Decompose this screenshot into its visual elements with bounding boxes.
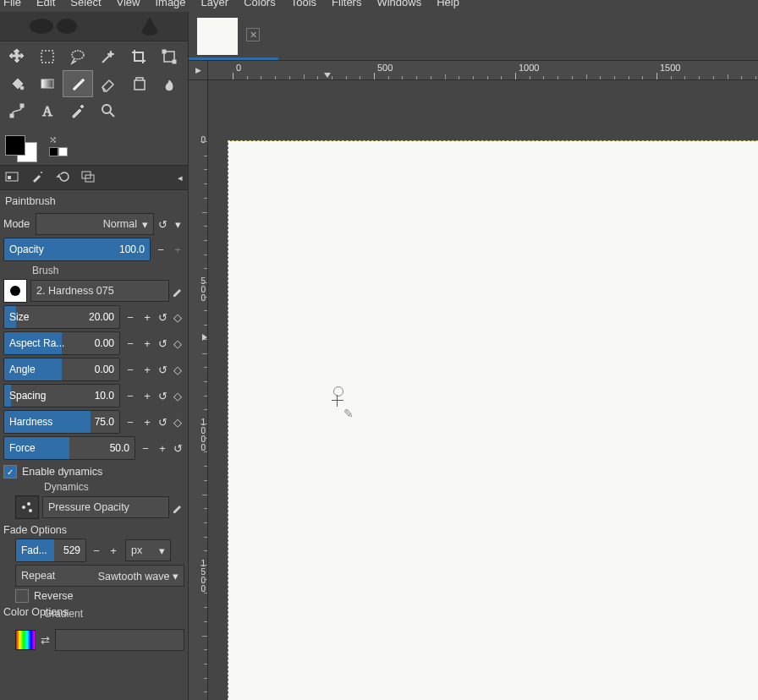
configure-tab-icon[interactable]: ◂ [178,172,183,183]
close-tab-icon[interactable]: ✕ [246,28,260,41]
fade-inc-icon[interactable]: + [107,544,120,557]
reverse-checkbox[interactable] [15,589,29,603]
menu-windows[interactable]: Windows [376,0,421,8]
dynamics-preview[interactable] [15,495,39,519]
spacing-slider[interactable]: Spacing 10.0 [3,384,120,407]
tool-eraser[interactable] [93,70,124,97]
size-link-icon[interactable]: ◇ [171,310,184,324]
spacing-dec-icon[interactable]: − [124,389,137,402]
tool-paths[interactable] [2,97,32,124]
force-reset-icon[interactable]: ↺ [171,441,184,455]
fade-length-slider[interactable]: Fad... 529 [15,539,86,562]
tool-gradient[interactable] [32,70,63,97]
image-tab[interactable]: ✕ [189,12,278,60]
default-bg-icon[interactable] [58,147,68,156]
images-tab-icon[interactable] [81,170,95,186]
horizontal-ruler[interactable]: ▶ 050010001500 [189,60,758,80]
enable-dynamics-checkbox[interactable]: ✓ [3,465,17,479]
brush-select[interactable]: 2. Hardness 075 [30,280,169,302]
tool-rect-select[interactable] [32,43,63,70]
gradient-select[interactable] [55,629,184,651]
brush-preview[interactable] [3,279,27,303]
canvas-area[interactable]: ✎ [208,80,758,700]
opacity-label: Opacity [9,243,44,255]
menu-view[interactable]: View [117,0,140,8]
tool-options: Paintbrush Mode Normal ▾ ↺ ▾ Opacity 100… [0,190,188,700]
mode-menu-icon[interactable]: ▾ [171,217,184,231]
menu-help[interactable]: Help [437,0,459,8]
angle-reset-icon[interactable]: ↺ [156,363,169,376]
canvas[interactable]: ✎ [228,141,758,700]
tool-color-picker[interactable] [63,97,93,124]
hardness-inc-icon[interactable]: + [140,415,154,429]
size-inc-icon[interactable]: + [140,310,154,324]
angle-inc-icon[interactable]: + [140,363,154,376]
aspect-link-icon[interactable]: ◇ [171,336,184,350]
fade-unit-select[interactable]: px▾ [125,539,171,561]
foreground-color[interactable] [5,135,25,156]
tool-clone[interactable] [124,70,154,97]
opacity-inc-icon[interactable]: + [171,243,184,256]
image-window: ✕ ▶ 050010001500 050010001500 ✎ [189,12,758,700]
opacity-slider[interactable]: Opacity 100.0 [3,238,151,261]
menu-tools[interactable]: Tools [291,0,316,8]
hardness-reset-icon[interactable]: ↺ [156,415,169,429]
hardness-slider[interactable]: Hardness 75.0 [3,410,120,434]
default-fg-icon[interactable] [49,147,58,156]
angle-dec-icon[interactable]: − [124,363,137,376]
tool-smudge[interactable] [154,70,184,97]
tool-crop[interactable] [124,43,154,70]
menu-select[interactable]: Select [70,0,101,8]
repeat-select[interactable]: Repeat Sawtooth wave ▾ [15,565,184,587]
angle-link-icon[interactable]: ◇ [171,363,184,376]
fade-dec-icon[interactable]: − [90,544,103,557]
opacity-value: 100.0 [119,243,145,255]
device-status-tab-icon[interactable] [30,170,44,186]
swap-colors-icon[interactable]: ⤭ [49,134,68,145]
size-dec-icon[interactable]: − [124,310,137,324]
size-reset-icon[interactable]: ↺ [156,310,169,324]
tool-text[interactable]: A [32,97,63,124]
menu-edit[interactable]: Edit [36,0,55,8]
gradient-preview[interactable] [15,630,36,650]
force-slider[interactable]: Force 50.0 [3,436,135,460]
tool-fuzzy-select[interactable] [93,43,124,70]
image-tab-thumbnail [197,18,238,55]
tool-zoom[interactable] [93,97,124,124]
menu-file[interactable]: File [3,0,21,8]
force-dec-icon[interactable]: − [139,441,152,455]
tool-options-tab-icon[interactable] [5,170,19,186]
mode-select[interactable]: Normal ▾ [36,213,154,235]
size-slider[interactable]: Size 20.00 [3,305,120,329]
spacing-link-icon[interactable]: ◇ [171,389,184,402]
menu-layer[interactable]: Layer [201,0,229,8]
tool-paintbrush[interactable] [63,70,93,97]
angle-slider[interactable]: Angle 0.00 [3,358,120,381]
dynamics-select[interactable]: Pressure Opacity [42,496,169,518]
aspect-inc-icon[interactable]: + [140,336,154,350]
mode-reset-icon[interactable]: ↺ [156,217,169,231]
brush-edit-icon[interactable] [171,284,184,298]
opacity-dec-icon[interactable]: − [154,243,168,256]
menu-image[interactable]: Image [155,0,185,8]
color-selector[interactable]: ⤭ [0,126,188,165]
tool-transform[interactable] [154,43,184,70]
tool-free-select[interactable] [63,43,93,70]
undo-history-tab-icon[interactable] [56,170,69,186]
spacing-inc-icon[interactable]: + [140,389,154,402]
aspect-reset-icon[interactable]: ↺ [156,336,169,350]
vertical-ruler[interactable]: 050010001500 [189,80,208,700]
gradient-reverse-icon[interactable]: ⇄ [41,634,50,647]
menu-colors[interactable]: Colors [244,0,276,8]
spacing-reset-icon[interactable]: ↺ [156,389,169,402]
tool-move[interactable] [2,43,32,70]
aspect-slider[interactable]: Aspect Ra... 0.00 [3,331,120,355]
ruler-corner-icon[interactable]: ▶ [189,61,208,79]
hardness-link-icon[interactable]: ◇ [171,415,184,429]
aspect-dec-icon[interactable]: − [124,336,137,350]
tool-bucket-fill[interactable] [2,70,32,97]
hardness-dec-icon[interactable]: − [124,415,137,429]
force-inc-icon[interactable]: + [156,441,169,455]
dynamics-edit-icon[interactable] [171,500,184,514]
menu-filters[interactable]: Filters [332,0,361,8]
